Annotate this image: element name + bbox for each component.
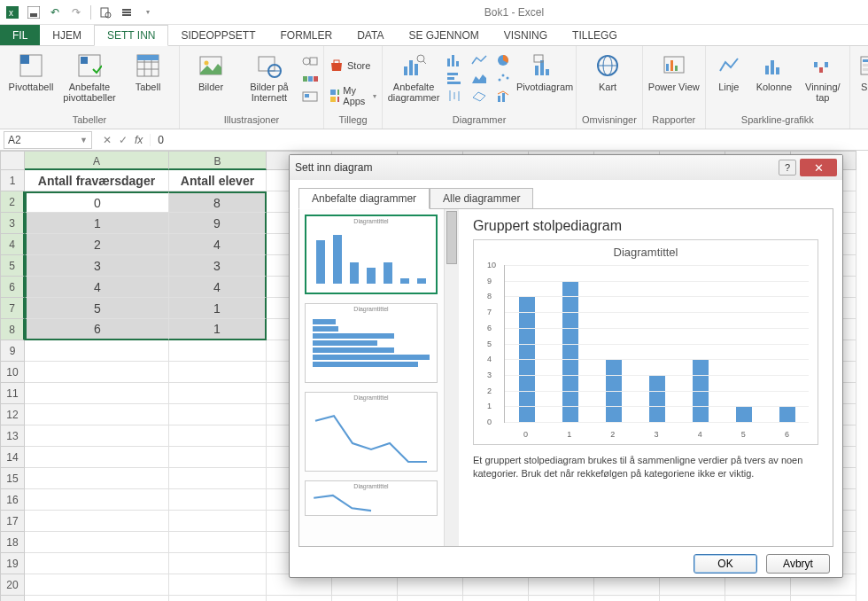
cell[interactable]: 2 (25, 234, 169, 255)
cell[interactable] (25, 574, 169, 596)
cell[interactable] (463, 596, 529, 601)
row-header[interactable]: 18 (0, 532, 25, 553)
row-header[interactable]: 17 (0, 511, 25, 532)
cell[interactable] (169, 532, 267, 553)
cell[interactable]: 4 (169, 277, 267, 298)
combo-chart-icon[interactable] (496, 89, 512, 103)
cell[interactable]: 4 (25, 277, 169, 298)
qat-dropdown-icon[interactable]: ▾ (141, 5, 155, 20)
cell[interactable]: 1 (169, 298, 267, 319)
tab-addins[interactable]: TILLEGG (560, 25, 630, 45)
cell[interactable]: 8 (169, 191, 267, 213)
cell[interactable]: Antall elever (169, 170, 267, 191)
scroll-thumb[interactable] (446, 211, 457, 264)
cell[interactable] (529, 596, 594, 601)
row-header[interactable]: 14 (0, 447, 25, 468)
cell[interactable] (398, 596, 463, 601)
dialog-titlebar[interactable]: Sett inn diagram ? ✕ (290, 155, 842, 180)
tab-insert[interactable]: SETT INN (94, 25, 168, 46)
cell[interactable] (169, 468, 267, 489)
sparkline-column-button[interactable]: Kolonne (754, 51, 794, 92)
cell[interactable] (25, 553, 169, 574)
map-button[interactable]: Kart (582, 51, 633, 92)
chart-thumb-column[interactable]: Diagramtittel (305, 215, 438, 294)
cell[interactable]: 3 (25, 255, 169, 277)
pie-chart-icon[interactable] (496, 53, 512, 67)
surface-chart-icon[interactable] (471, 89, 487, 103)
cell[interactable]: 0 (25, 191, 169, 213)
row-header[interactable]: 6 (0, 277, 25, 298)
tab-recommended-charts[interactable]: Anbefalte diagrammer (298, 188, 430, 209)
pictures-button[interactable]: Bilder (185, 51, 236, 92)
cell[interactable] (25, 340, 169, 362)
chart-thumb-line[interactable]: Diagramtittel (305, 392, 438, 472)
cell[interactable] (169, 447, 267, 468)
cell[interactable] (25, 468, 169, 489)
cell[interactable]: 4 (169, 234, 267, 255)
col-header[interactable]: B (169, 151, 267, 170)
cell[interactable] (169, 489, 267, 511)
cell[interactable] (25, 511, 169, 532)
scrollbar[interactable] (444, 209, 459, 546)
pivotchart-button[interactable]: Pivotdiagram (519, 51, 570, 92)
cell[interactable] (169, 340, 267, 362)
row-header[interactable]: 13 (0, 425, 25, 447)
help-button[interactable]: ? (779, 160, 796, 176)
row-header[interactable]: 15 (0, 468, 25, 489)
col-header[interactable]: A (25, 151, 169, 170)
online-pictures-button[interactable]: Bilder på Internett (244, 51, 295, 103)
enter-icon[interactable]: ✓ (119, 134, 128, 146)
preview-icon[interactable] (98, 5, 112, 20)
tab-data[interactable]: DATA (345, 25, 396, 45)
cell[interactable] (791, 596, 856, 601)
cell[interactable] (25, 532, 169, 553)
cell[interactable] (169, 425, 267, 447)
scatter-chart-icon[interactable] (496, 71, 512, 85)
cell[interactable] (25, 383, 169, 404)
chart-thumb-line2[interactable]: Diagramtittel (305, 480, 438, 516)
cell[interactable] (25, 447, 169, 468)
cell[interactable] (725, 596, 791, 601)
row-header[interactable]: 5 (0, 255, 25, 277)
redo-icon[interactable]: ↷ (69, 5, 83, 20)
cell[interactable] (25, 404, 169, 425)
cell[interactable] (169, 596, 267, 601)
row-header[interactable]: 20 (0, 574, 25, 596)
row-header[interactable]: 19 (0, 553, 25, 574)
cell[interactable] (169, 511, 267, 532)
sparkline-line-button[interactable]: Linje (711, 51, 747, 92)
stock-chart-icon[interactable] (446, 89, 462, 103)
cell[interactable]: Antall fraværsdager (25, 170, 169, 191)
row-header[interactable]: 4 (0, 234, 25, 255)
line-chart-icon[interactable] (471, 53, 487, 67)
pivottable-button[interactable]: Pivottabell (5, 51, 57, 92)
cell[interactable] (25, 425, 169, 447)
myapps-button[interactable]: My Apps ▾ (329, 83, 376, 108)
tab-home[interactable]: HJEM (40, 25, 94, 45)
row-header[interactable]: 3 (0, 213, 25, 234)
store-button[interactable]: Store (329, 57, 376, 74)
cell[interactable] (332, 596, 398, 601)
cell[interactable] (25, 362, 169, 383)
row-header[interactable]: 10 (0, 362, 25, 383)
formula-input[interactable]: 0 (150, 134, 171, 146)
slicer-button[interactable]: Slic (856, 51, 868, 92)
cell[interactable] (169, 404, 267, 425)
row-header[interactable]: 8 (0, 319, 25, 340)
row-header[interactable]: 2 (0, 191, 25, 213)
tab-file[interactable]: FIL (0, 25, 40, 45)
name-box[interactable]: A2▼ (4, 131, 92, 149)
column-chart-icon[interactable] (446, 53, 462, 67)
cell[interactable] (169, 383, 267, 404)
cancel-button[interactable]: Avbryt (766, 554, 830, 574)
save-icon[interactable] (27, 5, 41, 20)
cell[interactable] (660, 596, 725, 601)
cell[interactable] (169, 362, 267, 383)
cell[interactable] (25, 489, 169, 511)
row-header[interactable]: 9 (0, 340, 25, 362)
row-header[interactable]: 1 (0, 170, 25, 191)
cell[interactable]: 1 (25, 213, 169, 234)
row-header[interactable]: 12 (0, 404, 25, 425)
menu-icon[interactable] (120, 5, 134, 20)
row-header[interactable]: 11 (0, 383, 25, 404)
